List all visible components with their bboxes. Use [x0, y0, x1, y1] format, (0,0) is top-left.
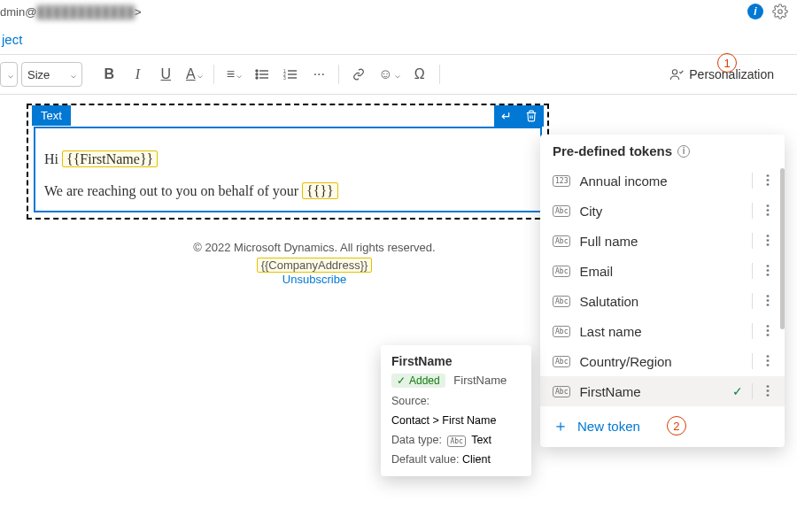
chevron-down-icon: ⌵ — [8, 70, 13, 80]
svg-point-0 — [778, 10, 783, 14]
tooltip-source-value: Contact > First Name — [391, 414, 521, 427]
font-family-select[interactable]: ⌵ — [0, 62, 18, 87]
token-label: Email — [579, 264, 743, 279]
more-icon[interactable]: ⋯ — [761, 294, 777, 308]
separator — [213, 65, 214, 84]
token-row[interactable]: AbcCountry/Region⋯ — [540, 346, 785, 376]
type-badge-icon: Abc — [553, 356, 570, 367]
type-badge-icon: Abc — [553, 386, 570, 397]
symbol-button[interactable]: Ω — [407, 62, 432, 87]
type-badge-icon: 123 — [553, 175, 570, 187]
layout-container: Text ↵ Hi {{FirstName}} We are reaching … — [27, 104, 549, 220]
italic-button[interactable]: I — [125, 62, 150, 87]
info-outline-icon[interactable]: i — [677, 145, 690, 158]
chevron-down-icon: ⌵ — [395, 70, 400, 80]
token-label: City — [579, 204, 743, 219]
chevron-down-icon: ⌵ — [236, 70, 242, 80]
more-icon[interactable]: ⋯ — [761, 264, 777, 278]
svg-point-13 — [673, 70, 677, 74]
delete-block-button[interactable] — [519, 105, 544, 127]
numbered-list-button[interactable]: 123 — [278, 62, 303, 87]
token-label: Salutation — [579, 294, 743, 309]
enter-block-button[interactable]: ↵ — [494, 105, 519, 127]
from-suffix: > — [135, 5, 142, 19]
email-footer: © 2022 Microsoft Dynamics. All rights re… — [27, 241, 602, 286]
svg-point-5 — [256, 77, 258, 79]
gear-icon[interactable] — [772, 4, 788, 19]
callout-1: 1 — [717, 53, 737, 73]
chevron-down-icon: ⌵ — [71, 70, 76, 80]
new-token-label: New token — [577, 419, 640, 434]
from-row: dmin@████████████> i — [0, 0, 797, 27]
subject-field[interactable]: ject — [0, 27, 797, 55]
more-icon[interactable]: ⋯ — [761, 324, 777, 338]
more-icon[interactable]: ⋯ — [761, 234, 777, 248]
svg-point-1 — [256, 70, 258, 72]
separator — [752, 383, 753, 399]
type-badge-icon: Abc — [553, 235, 570, 247]
bold-button[interactable]: B — [97, 62, 121, 87]
more-icon[interactable]: ⋯ — [761, 204, 777, 218]
more-icon[interactable]: ⋯ — [761, 354, 777, 368]
token-row[interactable]: AbcCity⋯ — [540, 196, 785, 226]
token-companyaddress[interactable]: {{CompanyAddress}} — [257, 258, 373, 273]
copyright-text: © 2022 Microsoft Dynamics. All rights re… — [27, 241, 602, 254]
separator — [752, 353, 753, 369]
token-row[interactable]: AbcLast name⋯ — [540, 316, 785, 346]
more-icon[interactable]: ⋯ — [761, 173, 777, 188]
more-formatting-button[interactable]: ··· — [306, 62, 331, 87]
font-color-button[interactable]: A ⌵ — [182, 62, 206, 87]
text-content: We are reaching out to you on behalf of … — [44, 183, 302, 198]
token-empty[interactable]: {{}} — [302, 182, 338, 199]
text-block-editor[interactable]: Hi {{FirstName}} We are reaching out to … — [34, 127, 542, 212]
separator — [752, 293, 753, 309]
chevron-down-icon: ⌵ — [197, 70, 203, 80]
panel-scrollbar[interactable] — [780, 168, 785, 412]
added-badge: ✓ Added — [391, 374, 445, 388]
token-row[interactable]: AbcEmail⋯ — [540, 256, 785, 286]
from-obscured: ████████████ — [36, 5, 135, 19]
tooltip-title: FirstName — [391, 354, 521, 368]
type-badge-icon: Abc — [553, 296, 570, 307]
from-prefix: dmin@ — [0, 5, 36, 19]
tooltip-datatype-label: Data type: — [391, 434, 442, 446]
font-size-select[interactable]: Size⌵ — [21, 62, 82, 87]
type-badge-icon: Abc — [553, 266, 570, 277]
separator — [338, 65, 339, 84]
tooltip-default-value: Client — [462, 453, 491, 466]
new-token-button[interactable]: ＋ New token 2 — [540, 406, 785, 440]
token-label: Full name — [579, 234, 743, 249]
more-icon[interactable]: ⋯ — [761, 384, 777, 398]
separator — [752, 323, 753, 339]
token-label: Country/Region — [579, 354, 743, 369]
token-label: FirstName — [579, 384, 723, 399]
separator — [752, 233, 753, 249]
token-row[interactable]: 123Annual income⋯ — [540, 166, 785, 196]
separator — [752, 173, 753, 189]
token-row[interactable]: AbcSalutation⋯ — [540, 286, 785, 316]
tooltip-source-label: Source: — [391, 395, 429, 407]
underline-button[interactable]: U — [153, 62, 178, 87]
token-firstname[interactable]: {{FirstName}} — [62, 150, 158, 167]
token-details-tooltip: FirstName ✓ Added FirstName Source: Cont… — [381, 345, 531, 476]
bullet-list-button[interactable] — [250, 62, 275, 87]
align-button[interactable]: ≡ ⌵ — [221, 62, 246, 87]
token-row[interactable]: AbcFull name⋯ — [540, 226, 785, 256]
emoji-button[interactable]: ☺ ⌵ — [375, 62, 403, 87]
datatype-badge-icon: Abc — [447, 436, 465, 447]
block-type-tab[interactable]: Text — [32, 105, 71, 126]
block-actions: ↵ — [494, 105, 544, 127]
separator — [439, 65, 440, 84]
separator — [752, 203, 753, 219]
token-row[interactable]: AbcFirstName✓⋯ — [540, 376, 785, 406]
token-label: Last name — [579, 324, 743, 339]
unsubscribe-link[interactable]: Unsubscribe — [282, 273, 346, 286]
tokens-panel: Pre-defined tokens i 123Annual income⋯Ab… — [540, 135, 785, 447]
svg-text:3: 3 — [283, 75, 286, 81]
plus-icon: ＋ — [553, 415, 569, 436]
svg-point-3 — [256, 73, 258, 75]
separator — [752, 263, 753, 279]
tooltip-datatype-value: Text — [471, 434, 491, 446]
info-icon[interactable]: i — [747, 4, 763, 19]
link-button[interactable] — [346, 62, 371, 87]
